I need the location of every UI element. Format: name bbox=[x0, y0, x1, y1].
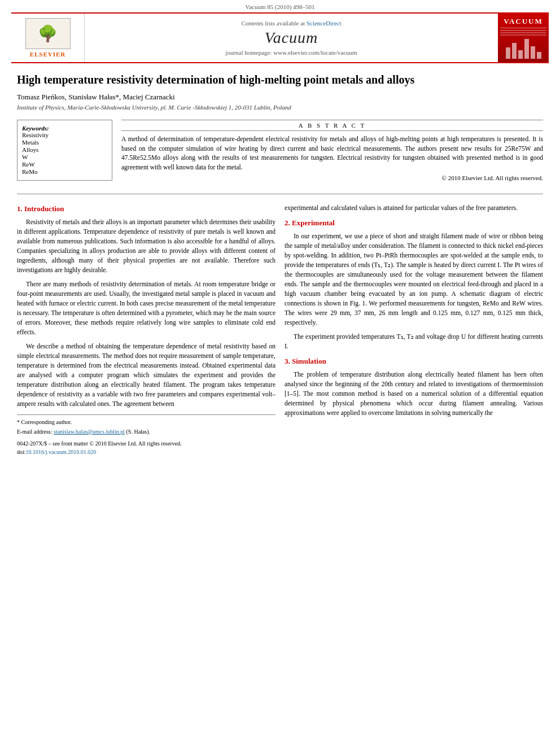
logo-box: 🌳 bbox=[25, 18, 71, 49]
copyright: © 2010 Elsevier Ltd. All rights reserved… bbox=[121, 174, 543, 181]
cover-bar-6 bbox=[537, 52, 541, 59]
keyword-alloys: Alloys bbox=[22, 146, 107, 153]
contents-text: Contents lists available at bbox=[241, 20, 306, 27]
simulation-para-1: The problem of temperature distribution … bbox=[285, 370, 543, 418]
footnote-area: * Corresponding author. E-mail address: … bbox=[17, 414, 275, 436]
journal-header-center: Contents lists available at ScienceDirec… bbox=[85, 14, 498, 62]
abstract-text: A method of determination of temperature… bbox=[121, 134, 543, 172]
doi-line: 0042-207X/$ – see front matter © 2010 El… bbox=[17, 440, 275, 457]
elsevier-brand: ELSEVIER bbox=[30, 51, 66, 58]
keywords-col: Keywords: Resistivity Metals Alloys W Re… bbox=[17, 120, 121, 187]
cover-line-1 bbox=[500, 30, 546, 31]
vacuum-cover: VACUUM bbox=[498, 14, 549, 62]
cover-line-2 bbox=[500, 32, 546, 33]
keyword-rew: ReW bbox=[22, 161, 107, 168]
article-title: High temperature resistivity determinati… bbox=[17, 72, 543, 87]
cover-bar-5 bbox=[531, 46, 535, 59]
contents-line: Contents lists available at ScienceDirec… bbox=[241, 20, 341, 27]
email-suffix: (S. Hałas). bbox=[126, 429, 151, 435]
homepage-text: journal homepage: www.elsevier.com/locat… bbox=[225, 49, 357, 56]
intro-heading: 1. Introduction bbox=[17, 203, 275, 214]
keyword-metals: Metals bbox=[22, 139, 107, 146]
keyword-resistivity: Resistivity bbox=[22, 132, 107, 138]
journal-header-right: VACUUM bbox=[498, 14, 549, 62]
journal-homepage: journal homepage: www.elsevier.com/locat… bbox=[225, 49, 357, 56]
vacuum-cover-title: VACUUM bbox=[500, 17, 546, 28]
top-bar: Vacuum 85 (2010) 498–501 bbox=[0, 0, 560, 12]
body-col-right: experimental and calculated values is at… bbox=[285, 203, 543, 457]
email-label: E-mail address: bbox=[17, 429, 52, 435]
experimental-heading: 2. Experimental bbox=[285, 217, 543, 228]
keywords-title: Keywords: bbox=[22, 125, 49, 132]
keyword-w: W bbox=[22, 154, 107, 160]
body-col-left: 1. Introduction Resistivity of metals an… bbox=[17, 203, 275, 457]
cover-line-3 bbox=[500, 34, 546, 36]
keyword-remo: ReMo bbox=[22, 168, 107, 175]
elsevier-logo-area: 🌳 ELSEVIER bbox=[11, 14, 85, 62]
journal-citation: Vacuum 85 (2010) 498–501 bbox=[245, 3, 314, 10]
elsevier-logo: 🌳 ELSEVIER bbox=[25, 18, 71, 58]
tree-icon: 🌳 bbox=[38, 24, 58, 43]
doi-label: doi: bbox=[17, 449, 26, 455]
cover-lines bbox=[500, 30, 546, 37]
abstract-col: A B S T R A C T A method of determinatio… bbox=[121, 120, 543, 181]
email-footnote: E-mail address: stanislaw.halas@umcs.lub… bbox=[17, 428, 275, 436]
authors-text: Tomasz Pieńkos, Stanisław Hałas*, Maciej… bbox=[17, 93, 175, 101]
authors: Tomasz Pieńkos, Stanisław Hałas*, Maciej… bbox=[17, 93, 543, 102]
intro-para-2: There are many methods of resistivity de… bbox=[17, 279, 275, 337]
cover-chart bbox=[504, 39, 543, 59]
main-content: High temperature resistivity determinati… bbox=[0, 63, 560, 468]
simulation-heading: 3. Simulation bbox=[285, 356, 543, 366]
intro-continuation: experimental and calculated values is at… bbox=[285, 203, 543, 213]
intro-para-1: Resistivity of metals and their alloys i… bbox=[17, 217, 275, 275]
corresponding-author: * Corresponding author. bbox=[17, 418, 275, 427]
experimental-para-1: In our experiment, we use a piece of sho… bbox=[285, 231, 543, 327]
body-content: 1. Introduction Resistivity of metals an… bbox=[17, 203, 543, 457]
corresponding-label: * Corresponding author. bbox=[17, 419, 72, 425]
cover-bar-2 bbox=[512, 43, 517, 59]
doi-link[interactable]: 10.1016/j.vacuum.2010.01.020 bbox=[26, 449, 97, 455]
cover-bar-4 bbox=[524, 39, 529, 59]
keywords-box: Keywords: Resistivity Metals Alloys W Re… bbox=[17, 120, 112, 181]
journal-name: Vacuum bbox=[265, 29, 318, 47]
divider-line bbox=[17, 194, 543, 194]
abstract-heading: A B S T R A C T bbox=[121, 120, 543, 131]
cover-bar-1 bbox=[506, 47, 510, 59]
cover-bar-3 bbox=[518, 50, 523, 59]
journal-header: 🌳 ELSEVIER Contents lists available at S… bbox=[11, 12, 549, 63]
issn-line: 0042-207X/$ – see front matter © 2010 El… bbox=[17, 440, 182, 447]
experimental-para-2: The experiment provided temperatures T₁,… bbox=[285, 332, 543, 351]
page-container: Vacuum 85 (2010) 498–501 🌳 ELSEVIER Cont… bbox=[0, 0, 560, 468]
email-link[interactable]: stanislaw.halas@umcs.lublin.pl bbox=[54, 429, 125, 435]
intro-para-3: We describe a method of obtaining the te… bbox=[17, 342, 275, 409]
abstract-row: Keywords: Resistivity Metals Alloys W Re… bbox=[17, 120, 543, 187]
affiliation: Institute of Physics, Maria-Curie-Skłodo… bbox=[17, 104, 543, 111]
sciencedirect-link[interactable]: ScienceDirect bbox=[307, 20, 342, 27]
